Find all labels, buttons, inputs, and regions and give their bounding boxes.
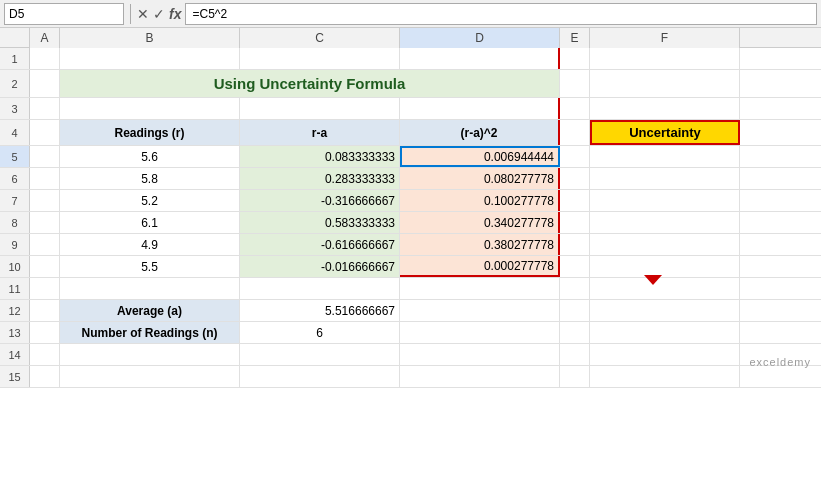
cell-a14[interactable] (30, 344, 60, 365)
cell-a3[interactable] (30, 98, 60, 119)
cell-d9[interactable]: 0.380277778 (400, 234, 560, 255)
cell-a9[interactable] (30, 234, 60, 255)
cell-c7[interactable]: -0.316666667 (240, 190, 400, 211)
cell-d7[interactable]: 0.100277778 (400, 190, 560, 211)
cell-a2[interactable] (30, 70, 60, 97)
header-ra[interactable]: r-a (240, 120, 400, 145)
row-10: 10 5.5 -0.016666667 0.000277778 (0, 256, 821, 278)
cell-b15[interactable] (60, 366, 240, 387)
cell-avg-label[interactable]: Average (a) (60, 300, 240, 321)
cell-e5[interactable] (560, 146, 590, 167)
cell-e7[interactable] (560, 190, 590, 211)
cancel-icon[interactable]: ✕ (137, 6, 149, 22)
cell-c9[interactable]: -0.616666667 (240, 234, 400, 255)
cell-a6[interactable] (30, 168, 60, 189)
cell-e6[interactable] (560, 168, 590, 189)
name-box[interactable]: D5 (4, 3, 124, 25)
cell-a13[interactable] (30, 322, 60, 343)
cell-e1[interactable] (560, 48, 590, 69)
cell-e9[interactable] (560, 234, 590, 255)
cell-c15[interactable] (240, 366, 400, 387)
cell-f1[interactable] (590, 48, 740, 69)
cell-c14[interactable] (240, 344, 400, 365)
cell-f15[interactable] (590, 366, 740, 387)
cell-a7[interactable] (30, 190, 60, 211)
cell-b1[interactable] (60, 48, 240, 69)
fx-icon[interactable]: fx (169, 6, 181, 22)
cell-b3[interactable] (60, 98, 240, 119)
cell-f7[interactable] (590, 190, 740, 211)
cell-f10[interactable] (590, 256, 740, 277)
cell-d15[interactable] (400, 366, 560, 387)
cell-b10[interactable]: 5.5 (60, 256, 240, 277)
cell-c10[interactable]: -0.016666667 (240, 256, 400, 277)
cell-f13[interactable] (590, 322, 740, 343)
cell-f11[interactable] (590, 278, 740, 299)
title-cell[interactable]: Using Uncertainty Formula (60, 70, 560, 97)
col-header-f[interactable]: F (590, 28, 740, 48)
cell-d8[interactable]: 0.340277778 (400, 212, 560, 233)
cell-d5[interactable]: 0.006944444 (400, 146, 560, 167)
cell-e8[interactable] (560, 212, 590, 233)
cell-c3[interactable] (240, 98, 400, 119)
cell-b8[interactable]: 6.1 (60, 212, 240, 233)
cell-f9[interactable] (590, 234, 740, 255)
col-header-e[interactable]: E (560, 28, 590, 48)
uncertainty-header[interactable]: Uncertainty (590, 120, 740, 145)
cell-d12[interactable] (400, 300, 560, 321)
col-header-c[interactable]: C (240, 28, 400, 48)
cell-e11[interactable] (560, 278, 590, 299)
cell-a8[interactable] (30, 212, 60, 233)
cell-c5[interactable]: 0.083333333 (240, 146, 400, 167)
cell-d11[interactable] (400, 278, 560, 299)
cell-e12[interactable] (560, 300, 590, 321)
cell-c11[interactable] (240, 278, 400, 299)
cell-e4[interactable] (560, 120, 590, 145)
cell-f5[interactable] (590, 146, 740, 167)
cell-f2[interactable] (590, 70, 740, 97)
cell-d6[interactable]: 0.080277778 (400, 168, 560, 189)
cell-c6[interactable]: 0.283333333 (240, 168, 400, 189)
cell-d13[interactable] (400, 322, 560, 343)
cell-a4[interactable] (30, 120, 60, 145)
cell-e3[interactable] (560, 98, 590, 119)
cell-a12[interactable] (30, 300, 60, 321)
cell-a5[interactable] (30, 146, 60, 167)
cell-b9[interactable]: 4.9 (60, 234, 240, 255)
cell-b7[interactable]: 5.2 (60, 190, 240, 211)
cell-b14[interactable] (60, 344, 240, 365)
cell-f12[interactable] (590, 300, 740, 321)
cell-a15[interactable] (30, 366, 60, 387)
cell-f8[interactable] (590, 212, 740, 233)
header-readings[interactable]: Readings (r) (60, 120, 240, 145)
formula-input[interactable]: =C5^2 (185, 3, 817, 25)
cell-d14[interactable] (400, 344, 560, 365)
cell-e13[interactable] (560, 322, 590, 343)
cell-e2[interactable] (560, 70, 590, 97)
cell-count-label[interactable]: Number of Readings (n) (60, 322, 240, 343)
cell-d3[interactable] (400, 98, 560, 119)
cell-f3[interactable] (590, 98, 740, 119)
cell-a11[interactable] (30, 278, 60, 299)
cell-d1[interactable] (400, 48, 560, 69)
col-header-a[interactable]: A (30, 28, 60, 48)
cell-count-value[interactable]: 6 (240, 322, 400, 343)
cell-b6[interactable]: 5.8 (60, 168, 240, 189)
cell-f6[interactable] (590, 168, 740, 189)
col-header-d[interactable]: D (400, 28, 560, 48)
confirm-icon[interactable]: ✓ (153, 6, 165, 22)
cell-f14[interactable] (590, 344, 740, 365)
cell-a1[interactable] (30, 48, 60, 69)
cell-e10[interactable] (560, 256, 590, 277)
cell-c1[interactable] (240, 48, 400, 69)
cell-b5[interactable]: 5.6 (60, 146, 240, 167)
cell-b11[interactable] (60, 278, 240, 299)
header-ra2[interactable]: (r-a)^2 (400, 120, 560, 145)
col-header-b[interactable]: B (60, 28, 240, 48)
cell-d10[interactable]: 0.000277778 (400, 256, 560, 277)
cell-e15[interactable] (560, 366, 590, 387)
cell-avg-value[interactable]: 5.516666667 (240, 300, 400, 321)
cell-c8[interactable]: 0.583333333 (240, 212, 400, 233)
cell-a10[interactable] (30, 256, 60, 277)
cell-e14[interactable] (560, 344, 590, 365)
